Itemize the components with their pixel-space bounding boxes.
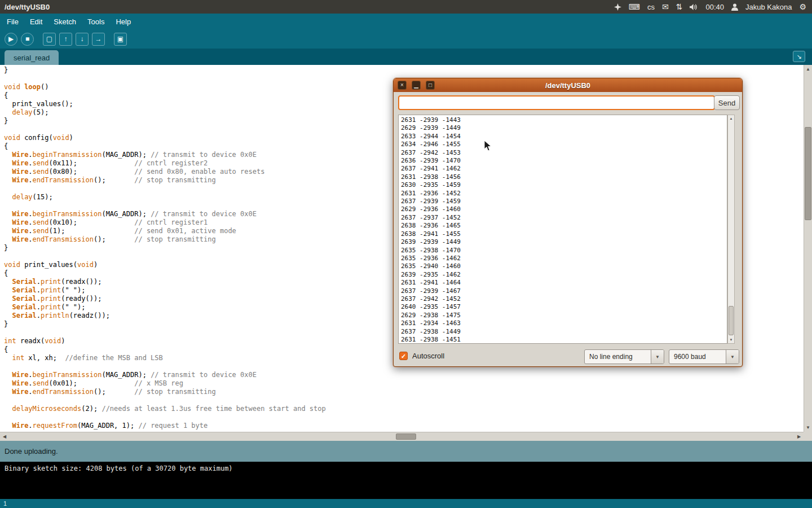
serial-line: 2631 -2939 -1443 <box>401 116 725 124</box>
serial-monitor-controls: ✓ Autoscroll No line ending ▼ 9600 baud … <box>394 347 742 366</box>
tab-label: serial_read <box>14 54 50 62</box>
tab-overflow-icon: ↘ <box>796 53 801 60</box>
code-line: Serial.print(ready()); <box>4 295 326 303</box>
code-line: Wire.endTransmission(); // stop transmit… <box>4 388 326 396</box>
code-line: Wire.requestFrom(MAG_ADDR, 1); // reques… <box>4 422 326 430</box>
editor-hscroll-thumb[interactable] <box>396 433 416 440</box>
serial-line: 2634 -2946 -1455 <box>401 141 725 148</box>
serial-line: 2630 -2935 -1459 <box>401 181 725 189</box>
editor-vscroll-thumb[interactable] <box>805 127 811 220</box>
menu-tools[interactable]: Tools <box>82 14 110 29</box>
code-line <box>4 75 326 83</box>
serial-output[interactable]: 2631 -2939 -14432629 -2939 -14492633 -29… <box>398 115 727 344</box>
code-line <box>4 185 326 193</box>
serial-monitor-button[interactable]: ▣ <box>114 33 127 46</box>
scroll-left-arrow-icon[interactable]: ◀ <box>0 432 9 441</box>
send-button-label: Send <box>718 99 735 107</box>
serial-window-titlebar[interactable]: × ▁ □ /dev/ttyUSB0 <box>394 78 742 92</box>
code-line <box>4 125 326 134</box>
editor-horizontal-scrollbar[interactable]: ◀ ▶ <box>0 432 804 441</box>
serial-line: 2637 -2942 -1453 <box>401 149 725 157</box>
verify-button[interactable]: ▶ <box>5 33 17 46</box>
save-sketch-button[interactable]: ↓ <box>76 33 89 46</box>
chevron-down-icon[interactable]: ▼ <box>651 350 664 364</box>
editor-vertical-scrollbar[interactable]: ▲ ▼ <box>804 65 812 432</box>
menu-sketch[interactable]: Sketch <box>48 14 82 29</box>
scroll-down-arrow-icon[interactable]: ▼ <box>804 423 812 432</box>
code-line: Wire.send(0x10); // cntrl register1 <box>4 218 326 227</box>
code-area[interactable]: } void loop(){ print_values(); delay(5);… <box>4 66 326 430</box>
serial-line: 2637 -2941 -1462 <box>401 165 725 173</box>
serial-scroll-up-icon[interactable]: ▲ <box>728 115 734 122</box>
code-line: Wire.endTransmission(); // stop transmit… <box>4 176 326 185</box>
system-tray: ⌨ cs ✉ ⇅ 00:40 Jakub Kakona ⚙ <box>614 3 806 11</box>
code-line: Wire.send(1); // send 0x01, active mode <box>4 227 326 235</box>
tab-bar: serial_read ↘ <box>0 49 812 65</box>
serial-output-scrollbar[interactable]: ▲ ▼ <box>727 115 735 344</box>
menu-bar: File Edit Sketch Tools Help <box>0 14 812 29</box>
session-gear-icon[interactable]: ⚙ <box>799 3 806 11</box>
code-line: { <box>4 91 326 100</box>
serial-scroll-thumb[interactable] <box>729 306 734 335</box>
serial-send-input[interactable] <box>398 95 715 110</box>
stop-button[interactable]: ■ <box>21 33 34 46</box>
user-name-label[interactable]: Jakub Kakona <box>745 3 792 11</box>
minimize-icon: ▁ <box>414 82 418 88</box>
new-sketch-button[interactable]: ▢ <box>43 33 56 46</box>
code-line: Wire.send(0x80); // send 0x80, enable au… <box>4 168 326 176</box>
volume-icon[interactable] <box>690 3 698 11</box>
code-line: { <box>4 142 326 151</box>
chevron-down-icon[interactable]: ▼ <box>726 350 739 364</box>
serial-line: 2629 -2939 -1449 <box>401 124 725 132</box>
tab-overflow-button[interactable]: ↘ <box>793 51 805 62</box>
user-icon <box>731 3 738 11</box>
code-line: Wire.endTransmission(); // stop transmit… <box>4 235 326 244</box>
window-controls: × ▁ □ <box>398 81 435 90</box>
close-button[interactable]: × <box>398 81 407 90</box>
keyboard-indicator-icon[interactable]: ⌨ <box>629 3 640 11</box>
upload-icon: → <box>95 35 102 43</box>
scroll-up-arrow-icon[interactable]: ▲ <box>804 65 812 73</box>
serial-scroll-down-icon[interactable]: ▼ <box>728 336 734 343</box>
tab-serial-read[interactable]: serial_read <box>5 50 59 65</box>
serial-line: 2637 -2942 -1452 <box>401 295 725 303</box>
line-ending-dropdown[interactable]: No line ending ▼ <box>584 349 664 364</box>
upload-button[interactable]: → <box>92 33 105 46</box>
menu-file[interactable]: File <box>1 14 24 29</box>
serial-line: 2640 -2935 -1457 <box>401 303 725 311</box>
serial-line: 2631 -2938 -1456 <box>401 173 725 181</box>
serial-line: 2631 -2936 -1452 <box>401 190 725 198</box>
network-icon[interactable]: ⇅ <box>676 3 683 11</box>
baud-rate-value: 9600 baud <box>669 350 726 364</box>
minimize-button[interactable]: ▁ <box>412 81 421 90</box>
serial-line: 2639 -2939 -1449 <box>401 238 725 246</box>
code-line: } <box>4 66 326 75</box>
open-sketch-button[interactable]: ↑ <box>59 33 72 46</box>
code-line: Serial.print(readx()); <box>4 278 326 286</box>
send-button[interactable]: Send <box>714 95 740 110</box>
toolbar: ▶ ■ ▢ ↑ ↓ → ▣ <box>0 29 812 49</box>
code-line: { <box>4 269 326 278</box>
mail-icon[interactable]: ✉ <box>662 3 669 11</box>
serial-line: 2631 -2934 -1463 <box>401 319 725 327</box>
menu-help[interactable]: Help <box>110 14 136 29</box>
code-line: Serial.print(" "); <box>4 286 326 295</box>
code-line <box>4 252 326 261</box>
keyboard-layout-label[interactable]: cs <box>647 3 655 11</box>
play-icon: ▶ <box>8 35 14 43</box>
serial-line: 2638 -2936 -1465 <box>401 222 725 230</box>
code-line: Wire.beginTransmission(MAG_ADDR); // tra… <box>4 371 326 379</box>
serial-line: 2637 -2938 -1449 <box>401 328 725 336</box>
serial-line: 2631 -2938 -1451 <box>401 336 725 344</box>
autoscroll-checkbox[interactable]: ✓ <box>399 352 408 360</box>
top-panel: /dev/ttyUSB0 ⌨ cs ✉ ⇅ 00:40 Jakub Kakona… <box>0 0 812 14</box>
serial-line: 2629 -2936 -1460 <box>401 205 725 213</box>
indicator-applet-icon[interactable] <box>614 3 621 11</box>
save-icon: ↓ <box>81 35 84 43</box>
clock[interactable]: 00:40 <box>705 3 724 11</box>
serial-line: 2635 -2936 -1462 <box>401 255 725 262</box>
menu-edit[interactable]: Edit <box>24 14 48 29</box>
scroll-right-arrow-icon[interactable]: ▶ <box>795 432 804 441</box>
maximize-button[interactable]: □ <box>426 81 435 90</box>
baud-rate-dropdown[interactable]: 9600 baud ▼ <box>669 349 739 364</box>
